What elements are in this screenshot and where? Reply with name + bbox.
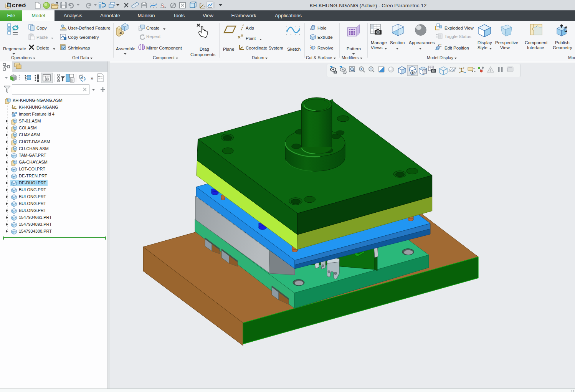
- svg-text:»: »: [91, 75, 93, 81]
- svg-text:Assemble: Assemble: [116, 46, 135, 51]
- svg-text:Regenerate: Regenerate: [3, 46, 26, 51]
- svg-text:x: x: [459, 67, 460, 69]
- svg-text:KH-KHUNG-NGANG (Active) - Creo: KH-KHUNG-NGANG (Active) - Creo Parametri…: [310, 3, 427, 8]
- svg-text:x: x: [204, 5, 205, 7]
- svg-text:z: z: [200, 2, 202, 4]
- svg-text:Pattern: Pattern: [347, 46, 361, 51]
- svg-text:x: x: [440, 43, 442, 46]
- svg-text:y: y: [463, 66, 464, 69]
- svg-text:creo: creo: [12, 2, 26, 8]
